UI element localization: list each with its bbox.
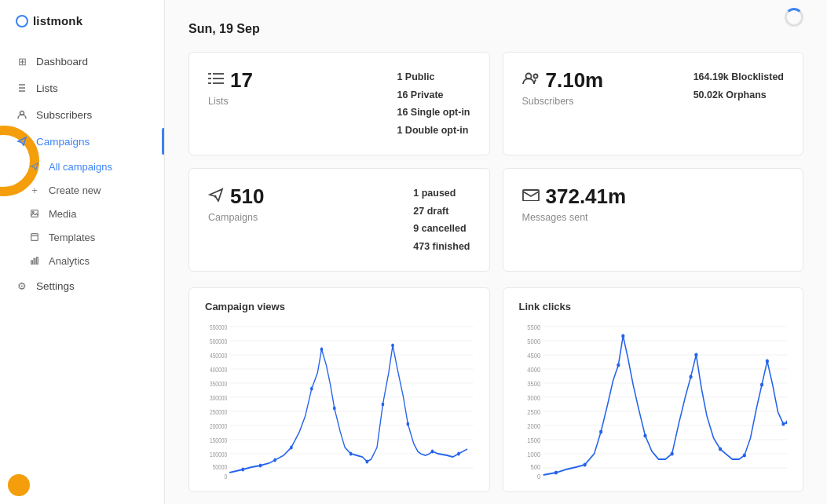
- subscribers-stat-card: 7.10m Subscribers 164.19k Blocklisted 50…: [503, 52, 804, 155]
- views-chart-card: Campaign views 550000 500000 450000 4000…: [188, 287, 490, 492]
- lists-private: 16 Private: [397, 89, 443, 100]
- svg-point-92: [759, 383, 763, 387]
- svg-point-82: [583, 463, 586, 467]
- sidebar-item-lists[interactable]: Lists: [0, 75, 164, 101]
- svg-text:100000: 100000: [210, 451, 228, 458]
- nav-section: ⊞ Dashboard Lists Subscribers Campaigns: [0, 42, 164, 504]
- stats-grid: 17 Lists 1 Public 16 Private 16 Single o…: [188, 52, 803, 272]
- sidebar-sub-label: All campaigns: [49, 161, 112, 173]
- lists-public: 1 Public: [397, 71, 434, 82]
- svg-point-19: [214, 195, 217, 198]
- sidebar-sub-media[interactable]: Media: [0, 202, 164, 225]
- lists-stat-card: 17 Lists 1 Public 16 Private 16 Single o…: [188, 52, 490, 155]
- svg-text:50000: 50000: [213, 463, 228, 471]
- svg-point-46: [273, 458, 276, 462]
- sidebar-item-settings[interactable]: ⚙ Settings: [0, 272, 164, 299]
- campaigns-finished: 473 finished: [413, 241, 470, 252]
- logo-area: listmonk: [0, 0, 164, 42]
- templates-icon: [28, 231, 41, 243]
- blocklisted: 164.19k Blocklisted: [693, 71, 784, 82]
- clicks-chart: 5500 5000 4500 4000 3500 3000 2500 2000 …: [519, 322, 788, 479]
- svg-text:150000: 150000: [210, 436, 228, 444]
- loading-spinner: [785, 8, 803, 27]
- lists-stat-icon: [208, 72, 224, 89]
- svg-point-91: [742, 454, 745, 458]
- clicks-chart-card: Link clicks 5500 5000 4500 4000 3500 300…: [503, 287, 804, 492]
- svg-text:500000: 500000: [210, 338, 228, 345]
- svg-point-53: [382, 403, 385, 407]
- svg-text:450000: 450000: [210, 352, 228, 360]
- sidebar-item-campaigns[interactable]: Campaigns: [0, 128, 164, 155]
- subscribers-count: 7.10m: [546, 68, 604, 93]
- svg-point-87: [670, 452, 673, 456]
- campaigns-cancelled: 9 cancelled: [413, 223, 466, 234]
- lists-icon: [16, 82, 28, 94]
- svg-point-56: [431, 450, 434, 454]
- logo-text: listmonk: [33, 14, 82, 27]
- lists-label: Lists: [208, 96, 253, 107]
- svg-point-57: [457, 452, 460, 456]
- svg-point-86: [643, 434, 646, 438]
- svg-text:200000: 200000: [210, 422, 228, 430]
- svg-rect-6: [31, 234, 38, 241]
- lists-details: 1 Public 16 Private 16 Single opt-in 1 D…: [397, 68, 470, 139]
- svg-point-90: [718, 447, 721, 451]
- svg-point-52: [366, 460, 369, 464]
- svg-text:4500: 4500: [527, 351, 540, 360]
- svg-text:350000: 350000: [210, 380, 228, 388]
- svg-point-83: [599, 430, 602, 434]
- svg-point-55: [406, 422, 409, 426]
- svg-point-93: [765, 360, 768, 363]
- clicks-chart-title: Link clicks: [519, 301, 788, 312]
- sidebar: listmonk ⊞ Dashboard Lists Subscribers C…: [0, 0, 165, 504]
- svg-text:5000: 5000: [527, 337, 540, 345]
- sidebar-sub-analytics[interactable]: Analytics: [0, 249, 164, 272]
- messages-stat-icon: [522, 188, 540, 205]
- settings-icon: ⚙: [16, 279, 28, 292]
- sidebar-sub-label: Media: [49, 208, 76, 220]
- logo-icon: [16, 15, 28, 27]
- svg-text:3500: 3500: [527, 379, 540, 388]
- svg-text:2000: 2000: [527, 422, 540, 430]
- orphans: 50.02k Orphans: [693, 89, 767, 100]
- svg-point-95: [785, 421, 787, 425]
- svg-rect-8: [31, 261, 33, 264]
- svg-point-51: [349, 452, 353, 456]
- svg-text:2500: 2500: [527, 407, 540, 416]
- views-chart-title: Campaign views: [205, 301, 474, 312]
- svg-text:3000: 3000: [527, 393, 540, 402]
- sidebar-sub-label: Analytics: [49, 255, 90, 267]
- lists-count: 17: [230, 68, 253, 93]
- svg-point-89: [694, 353, 697, 357]
- svg-text:550000: 550000: [210, 323, 228, 331]
- svg-text:300000: 300000: [210, 394, 228, 402]
- messages-count: 372.41m: [546, 184, 627, 209]
- subscribers-icon: [16, 108, 28, 121]
- svg-point-45: [259, 464, 262, 468]
- svg-point-85: [621, 334, 624, 338]
- svg-point-81: [554, 471, 557, 475]
- sidebar-item-label: Subscribers: [36, 109, 92, 121]
- sidebar-item-dashboard[interactable]: ⊞ Dashboard: [0, 48, 164, 75]
- svg-point-94: [781, 422, 785, 426]
- svg-text:1000: 1000: [527, 450, 540, 458]
- subscribers-details: 164.19k Blocklisted 50.02k Orphans: [693, 68, 784, 104]
- svg-point-18: [533, 75, 537, 79]
- sidebar-item-subscribers[interactable]: Subscribers: [0, 101, 164, 128]
- subscribers-stat-icon: [522, 72, 540, 89]
- sidebar-item-label: Lists: [36, 82, 58, 94]
- svg-text:500: 500: [530, 462, 540, 471]
- media-icon: [28, 207, 41, 220]
- page-title: Sun, 19 Sep: [188, 22, 803, 36]
- svg-text:250000: 250000: [210, 408, 228, 416]
- subscribers-label: Subscribers: [522, 96, 604, 107]
- svg-point-49: [320, 348, 324, 352]
- sidebar-item-label: Settings: [36, 280, 75, 292]
- svg-rect-10: [37, 257, 38, 265]
- sidebar-sub-templates[interactable]: Templates: [0, 225, 164, 249]
- sidebar-item-label: Campaigns: [36, 136, 90, 148]
- lists-single-optin: 16 Single opt-in: [397, 107, 470, 118]
- campaigns-count: 510: [230, 184, 264, 209]
- svg-text:0: 0: [537, 472, 541, 479]
- campaigns-label: Campaigns: [208, 212, 264, 223]
